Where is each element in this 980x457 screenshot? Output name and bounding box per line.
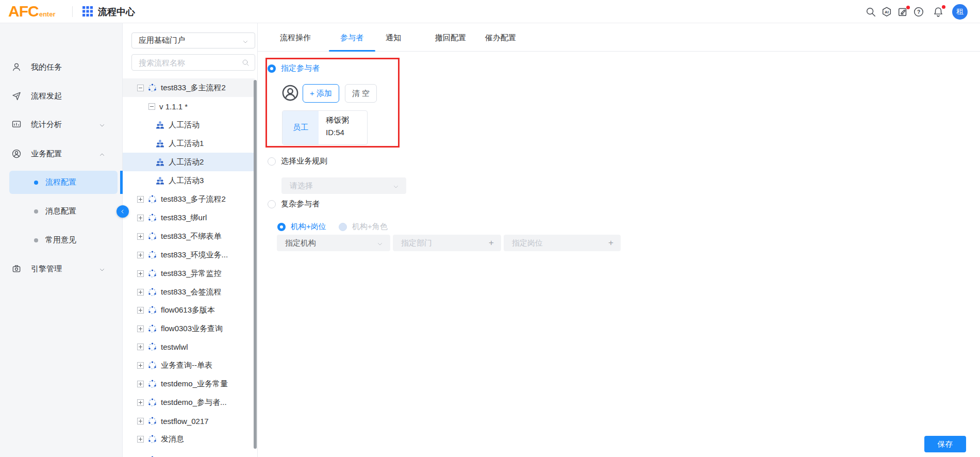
radio-option-business-rule[interactable]: 选择业务规则 [268,156,327,166]
sidebar-subitem-common-opinions[interactable]: 常用意见 [9,228,118,252]
process-tree: test833_多主流程2 v 1.1.1 * 人工活动 人工活动1 人工活动2… [123,77,255,457]
tree-row[interactable]: testflow_0217 [123,412,255,430]
tree-label: 人工活动1 [169,139,204,149]
radio-option-org-role[interactable]: 机构+角色 [339,222,388,232]
tab-participant[interactable]: 参与者 [340,33,363,43]
tree-row[interactable]: test833_异常监控 [123,264,255,283]
tree-row[interactable]: test833_不绑表单 [123,227,255,246]
radio-unselected-icon[interactable] [268,200,276,208]
sidebar-subitem-label: 消息配置 [45,206,76,216]
tree-row[interactable]: 人工活动1 [123,134,255,153]
expand-toggle-icon[interactable] [137,215,144,221]
tree-row[interactable]: testdemo_参与者... [123,393,255,412]
expand-toggle-icon[interactable] [137,307,144,314]
participant-card: 员工 稀饭粥 ID:54 [282,110,368,145]
app-select-value: 应用基础门户 [139,36,185,45]
radio-label[interactable]: 复杂参与者 [281,199,320,209]
radio-label[interactable]: 机构+岗位 [291,222,326,232]
post-select-placeholder: 指定岗位 [512,238,543,248]
expand-toggle-icon[interactable] [137,362,144,369]
expand-toggle-icon[interactable] [137,252,144,258]
sidebar-item-label: 引擎管理 [31,264,62,274]
tree-row[interactable]: 人工活动3 [123,171,255,190]
process-icon [148,417,157,426]
radio-option-org-post[interactable]: 机构+岗位 [277,222,326,232]
save-button[interactable]: 保存 [924,436,966,452]
expand-toggle-icon[interactable] [137,233,144,240]
tree-row[interactable]: flow0613多版本 [123,301,255,319]
tree-row[interactable]: test833_绑url [123,208,255,227]
plus-icon[interactable]: + [489,238,494,248]
sidebar-item-business-config[interactable]: 业务配置 [0,142,123,165]
tree-row-selected[interactable]: 人工活动2 [123,153,255,171]
sidebar-item-label: 统计分析 [31,120,62,129]
expand-toggle-icon[interactable] [137,325,144,332]
radio-option-complex-participant[interactable]: 复杂参与者 [268,199,320,209]
tree-row[interactable]: 业务查询--单表 [123,356,255,374]
radio-label[interactable]: 机构+角色 [352,222,388,232]
collapse-toggle-icon[interactable] [148,103,155,110]
radio-label[interactable]: 选择业务规则 [281,156,327,166]
tree-label: 人工活动2 [169,157,204,167]
tab-flow-operation[interactable]: 流程操作 [280,33,311,43]
chevron-up-icon [99,151,105,157]
radio-disabled-icon[interactable] [339,223,347,231]
sidebar-item-my-tasks[interactable]: 我的任务 [0,56,123,78]
tree-row[interactable]: test833_环境业务... [123,246,255,264]
radio-selected-icon[interactable] [277,223,286,231]
collapse-toggle-icon[interactable] [137,85,144,91]
expand-toggle-icon[interactable] [137,436,144,443]
add-participant-button[interactable]: + 添加 [303,84,339,103]
sidebar-subitem-flow-config[interactable]: 流程配置 [9,171,118,194]
sidebar-item-statistics[interactable]: 统计分析 [0,113,123,136]
ai-assistant-icon[interactable]: AI [881,6,892,18]
tab-recall-config[interactable]: 撤回配置 [435,33,466,43]
tree-row[interactable]: testdemo_业务常量 [123,374,255,393]
top-header: AFC enter 流程中心 AI ? 租 [0,0,980,23]
app-select[interactable]: 应用基础门户 [131,32,255,48]
tab-urge-config[interactable]: 催办配置 [485,33,516,43]
radio-option-designated-participant[interactable]: 指定参与者 [268,63,320,73]
tree-row[interactable]: testwlwl [123,337,255,356]
sidebar-item-engine-management[interactable]: 引擎管理 [0,257,123,280]
expand-toggle-icon[interactable] [137,196,144,203]
tree-row[interactable]: 发消息 [123,430,255,448]
sidebar-subitem-message-config[interactable]: 消息配置 [9,200,118,223]
page-title: 流程中心 [98,6,135,18]
post-select[interactable]: 指定岗位 + [504,235,621,251]
ai-label: AI [885,10,889,14]
expand-toggle-icon[interactable] [137,289,144,296]
tree-row[interactable]: v 1.1.1 * [123,97,255,116]
radio-unselected-icon[interactable] [268,157,276,166]
expand-toggle-icon[interactable] [137,344,144,350]
tree-row[interactable]: test833_会签流程 [123,283,255,301]
avatar[interactable]: 租 [952,4,968,20]
tree-label: testflow_0217 [161,417,209,426]
tree-label: test833_异常监控 [161,269,222,279]
expand-toggle-icon[interactable] [137,399,144,406]
rule-select[interactable]: 请选择 [281,177,406,194]
radio-label[interactable]: 指定参与者 [281,63,320,73]
sidebar-item-flow-initiate[interactable]: 流程发起 [0,85,123,107]
tab-notification[interactable]: 通知 [386,33,401,43]
expand-toggle-icon[interactable] [137,381,144,387]
tree-row-partial[interactable] [123,451,255,457]
tree-row[interactable]: test833_多主流程2 [123,78,255,97]
search-input[interactable] [139,55,239,70]
radio-selected-icon[interactable] [268,64,276,73]
help-icon[interactable]: ? [913,6,924,18]
tree-row[interactable]: 人工活动 [123,116,255,134]
dept-select[interactable]: 指定部门 + [393,235,501,251]
org-select[interactable]: 指定机构 [277,235,390,251]
tree-row[interactable]: flow0303业务查询 [123,319,255,338]
app-grid-icon[interactable] [82,6,93,17]
expand-toggle-icon[interactable] [137,270,144,277]
clear-participants-button[interactable]: 清 空 [345,84,377,103]
search-icon[interactable] [865,6,876,18]
plus-icon[interactable]: + [608,238,613,248]
expand-toggle-icon[interactable] [137,418,144,425]
sidebar-collapse-button[interactable] [117,205,129,218]
tree-scrollbar[interactable] [254,80,257,449]
tree-row[interactable]: test833_多子流程2 [123,190,255,208]
chart-board-icon [11,119,22,129]
